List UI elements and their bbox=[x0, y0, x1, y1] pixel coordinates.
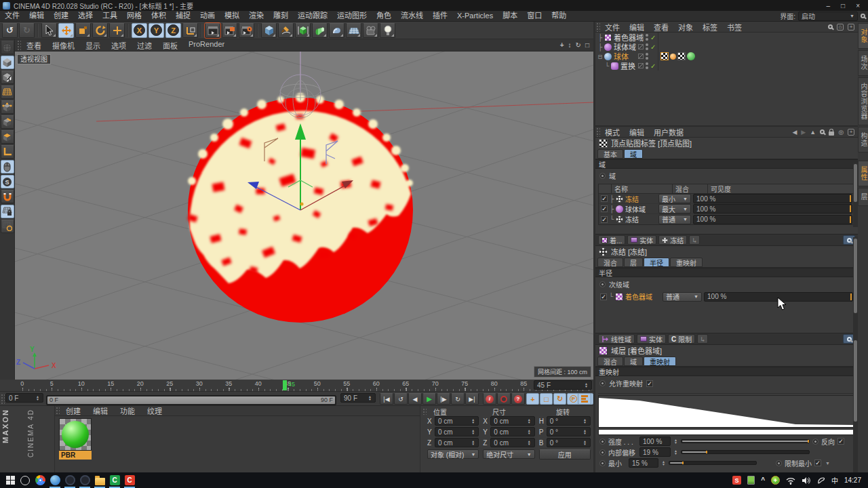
viewport-menu-item[interactable]: ProRender bbox=[183, 40, 230, 51]
row-check[interactable]: ✓ bbox=[601, 195, 608, 202]
menu-item[interactable]: 流水线 bbox=[396, 11, 428, 21]
menu-item[interactable]: 雕刻 bbox=[269, 11, 293, 21]
tab-blend[interactable]: 混合 bbox=[597, 258, 623, 267]
rot-b-field[interactable]: 0 °▲▼ bbox=[547, 438, 591, 447]
clock[interactable]: 14:27 bbox=[844, 476, 861, 484]
points-mode-button[interactable] bbox=[1, 100, 14, 114]
viewport-menu-item[interactable]: 面板 bbox=[157, 40, 183, 51]
play-button[interactable]: ▶ bbox=[422, 393, 436, 405]
tab-remap[interactable]: 重映射 bbox=[644, 357, 676, 366]
wifi-icon[interactable] bbox=[786, 476, 795, 485]
om-home-icon[interactable]: ⌂ bbox=[837, 24, 844, 30]
chrome-button[interactable] bbox=[33, 473, 47, 488]
menu-item[interactable]: 角色 bbox=[372, 11, 396, 21]
range-end-field[interactable]: 90 F▲▼ bbox=[340, 393, 376, 403]
tab-field[interactable]: 域 bbox=[624, 357, 643, 366]
blend-select[interactable]: 最小▼ bbox=[658, 194, 691, 203]
crumb-linear-field[interactable]: 线性域 bbox=[598, 334, 635, 344]
menu-item[interactable]: X-Particles bbox=[452, 11, 498, 21]
enabled-check-icon[interactable]: ✓ bbox=[650, 62, 656, 70]
speaker-icon[interactable] bbox=[802, 476, 811, 485]
goto-end-button[interactable]: ▶| bbox=[465, 393, 479, 405]
range-start-field[interactable]: 0 F▲▼ bbox=[5, 393, 43, 403]
tab-basic[interactable]: 基本 bbox=[597, 149, 623, 159]
layer-icon[interactable] bbox=[638, 44, 644, 49]
inner-offset-slider[interactable] bbox=[681, 450, 810, 454]
render-view-button[interactable] bbox=[205, 23, 220, 38]
field-row-freeze-2[interactable]: ✓└ 冻结 普通▼ 100 % bbox=[599, 214, 854, 224]
material-tag-icon[interactable] bbox=[670, 54, 676, 60]
move-tool-button[interactable] bbox=[58, 23, 74, 38]
ime-indicator[interactable]: 中 bbox=[831, 475, 838, 485]
up-icon[interactable]: ▲ bbox=[810, 129, 816, 136]
blend-select[interactable]: 普通▼ bbox=[658, 215, 691, 224]
antivirus-icon[interactable]: + bbox=[771, 476, 780, 485]
tab-remap[interactable]: 重映射 bbox=[670, 258, 703, 267]
am-menu-item[interactable]: 用户数据 bbox=[649, 127, 688, 138]
viewport-pan-icon[interactable]: + bbox=[560, 41, 564, 49]
field-row-sphere-field[interactable]: ✓├ 球体域 最大▼ 100 % bbox=[599, 204, 854, 214]
tab-structure[interactable]: 构造 bbox=[858, 127, 868, 152]
crumb-freeze[interactable]: 冻结 bbox=[658, 235, 687, 245]
file-explorer-button[interactable] bbox=[92, 473, 107, 488]
om-menu-item[interactable]: 文件 bbox=[600, 22, 625, 33]
menu-item[interactable]: 捕捉 bbox=[171, 11, 195, 21]
viewport-menu-item[interactable]: 查看 bbox=[21, 40, 47, 51]
row-check[interactable]: ✓ bbox=[600, 293, 607, 300]
panel-grip[interactable] bbox=[422, 407, 427, 415]
coord-mode-select[interactable]: 对象 (相对)▼ bbox=[427, 449, 479, 459]
section-remap[interactable]: 重映射 bbox=[595, 367, 858, 376]
material-menu-item[interactable]: 创建 bbox=[60, 405, 87, 416]
workplane-lock-button[interactable] bbox=[1, 205, 14, 218]
subfield-row-shader[interactable]: ✓└ 着色器域 普通▼ 100 % bbox=[598, 291, 855, 302]
camera-menu-button[interactable] bbox=[363, 23, 378, 38]
crumb-solid[interactable]: 实体 bbox=[627, 235, 656, 245]
object-row-displacer[interactable]: └ 置换 ✓ bbox=[595, 61, 858, 70]
new-panel-icon[interactable]: + bbox=[848, 129, 854, 136]
pen-tray-icon[interactable] bbox=[817, 476, 825, 485]
back-icon[interactable]: ◀ bbox=[792, 129, 797, 136]
om-menu-item[interactable]: 编辑 bbox=[625, 22, 649, 33]
rot-p-field[interactable]: 0 °▲▼ bbox=[547, 427, 591, 436]
menu-item[interactable]: 运动跟踪 bbox=[293, 11, 332, 21]
material-item[interactable]: PBR bbox=[59, 418, 92, 460]
generators-menu-button[interactable] bbox=[295, 23, 311, 38]
object-row-sphere-field[interactable]: ├ 球体域 ✓ bbox=[595, 42, 858, 52]
menu-item[interactable]: 窗口 bbox=[522, 11, 547, 21]
am-menu-item[interactable]: 模式 bbox=[600, 127, 625, 138]
scrollbar[interactable] bbox=[853, 339, 858, 472]
lock-icon[interactable] bbox=[829, 131, 834, 136]
maximize-button[interactable]: □ bbox=[841, 2, 845, 9]
strength-field[interactable]: 100 % bbox=[639, 436, 671, 446]
viewport-rotate-icon[interactable]: ↻ bbox=[576, 41, 581, 49]
battery-icon[interactable] bbox=[747, 476, 755, 485]
panel-grip[interactable] bbox=[55, 406, 60, 415]
menu-item[interactable]: 创建 bbox=[49, 11, 73, 21]
rotate-tool-button[interactable] bbox=[92, 23, 108, 38]
keyframe-selection-button[interactable]: ? bbox=[511, 393, 525, 405]
size-y-field[interactable]: 0 cm▲▼ bbox=[490, 427, 534, 436]
viewport-menu-item[interactable]: 显示 bbox=[80, 40, 106, 51]
tab-objects[interactable]: 对象 bbox=[858, 23, 868, 49]
enabled-check-icon[interactable]: ✓ bbox=[650, 34, 656, 41]
scale-tool-button[interactable] bbox=[75, 23, 91, 38]
tab-content-browser[interactable]: 内容浏览器 bbox=[858, 77, 868, 125]
section-radius[interactable]: 半径 bbox=[595, 268, 858, 277]
minimize-button[interactable]: – bbox=[827, 2, 831, 9]
viewport-toggle-icon[interactable]: □ bbox=[585, 41, 589, 49]
menu-item[interactable]: 模拟 bbox=[220, 11, 244, 21]
scrollbar[interactable] bbox=[853, 163, 858, 227]
convert-object-button[interactable] bbox=[1, 41, 14, 54]
visibility-dots[interactable] bbox=[646, 43, 648, 50]
enabled-check-icon[interactable]: ✓ bbox=[650, 43, 656, 51]
crumb-nav[interactable]: ↳ bbox=[689, 235, 700, 245]
object-row-sphere[interactable]: ⊟ 球体 bbox=[595, 52, 858, 61]
texture-mode-button[interactable] bbox=[1, 70, 14, 84]
radio-icon[interactable] bbox=[599, 173, 606, 179]
tab-takes[interactable]: 场次 bbox=[858, 50, 868, 76]
visibility-dots[interactable] bbox=[646, 53, 648, 60]
visibility-field[interactable]: 100 % bbox=[693, 204, 852, 214]
crumb-solid[interactable]: 实体 bbox=[637, 334, 666, 344]
apply-button[interactable]: 应用 bbox=[539, 449, 591, 460]
om-menu-item[interactable]: 查看 bbox=[649, 22, 673, 33]
